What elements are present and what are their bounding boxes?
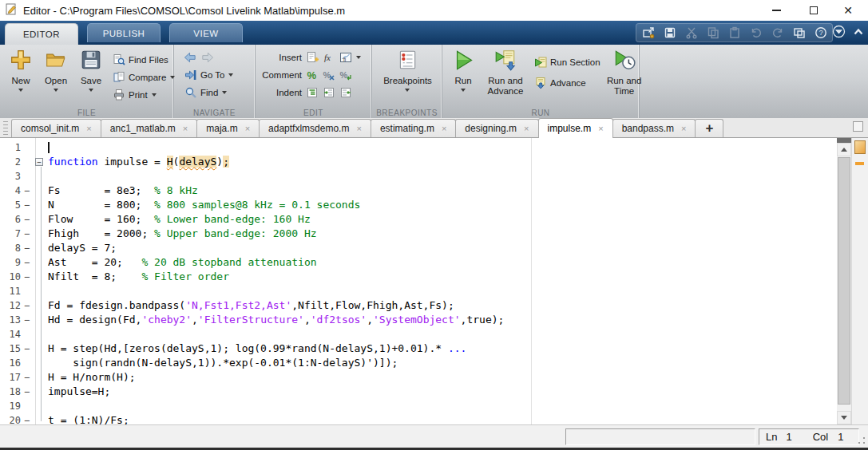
code-line[interactable]: 1: [0, 140, 837, 155]
minimize-button[interactable]: [760, 0, 792, 21]
ribbon-tab-editor[interactable]: EDITOR: [5, 23, 78, 45]
breakpoint-alley[interactable]: −: [21, 241, 33, 255]
code-line[interactable]: 4−Fs = 8e3; % 8 kHz: [0, 184, 837, 198]
code-line[interactable]: 8−delayS = 7;: [0, 241, 837, 255]
breakpoint-alley[interactable]: [21, 169, 33, 184]
new-button[interactable]: New: [3, 47, 38, 102]
code-line[interactable]: 12−Fd = fdesign.bandpass('N,Fst1,Fst2,As…: [0, 298, 837, 313]
save-button[interactable]: Save: [73, 47, 109, 102]
breakpoint-alley[interactable]: [21, 155, 33, 169]
warning-line-marker[interactable]: [855, 162, 864, 165]
doc-tab-designing.m[interactable]: designing.m×: [455, 119, 538, 137]
breakpoint-alley[interactable]: −: [21, 198, 33, 212]
close-tab-icon[interactable]: ×: [442, 124, 446, 133]
code-line[interactable]: 11: [0, 284, 837, 298]
indent-left-button[interactable]: [339, 86, 352, 100]
code-line[interactable]: 9−Ast = 20; % 20 dB stopband attenuation: [0, 255, 837, 270]
vertical-scrollbar[interactable]: [837, 138, 851, 424]
doc-tab-maja.m[interactable]: maja.m×: [196, 119, 260, 137]
code-line[interactable]: 18−impulse=H;: [0, 385, 837, 399]
dropdown-chevron[interactable]: [54, 89, 58, 94]
resize-grip[interactable]: [858, 436, 866, 444]
dropdown-chevron[interactable]: [18, 89, 23, 94]
scroll-down-button[interactable]: [837, 411, 851, 424]
insert-fi-button[interactable]: fi: [339, 51, 352, 65]
doc-tab-anc1_matlab.m[interactable]: anc1_matlab.m×: [101, 119, 197, 137]
code-line[interactable]: 13−Hd = design(Fd,'cheby2','FilterStruct…: [0, 313, 837, 327]
run-button[interactable]: Run: [446, 47, 481, 97]
dropdown-chevron[interactable]: [228, 73, 233, 79]
new-tab-button[interactable]: +: [695, 119, 723, 137]
save-icon[interactable]: [663, 26, 676, 40]
dropdown-chevron[interactable]: [405, 89, 410, 94]
breakpoint-alley[interactable]: −: [21, 413, 33, 424]
goto-button[interactable]: Go To: [184, 68, 255, 82]
breakpoint-alley[interactable]: [21, 140, 33, 155]
doc-tab-adaptfxlmsdemo.m[interactable]: adaptfxlmsdemo.m×: [259, 119, 371, 137]
dropdown-chevron[interactable]: [222, 91, 227, 97]
compare-button[interactable]: Compare: [112, 70, 175, 85]
fold-toggle-icon[interactable]: −: [35, 158, 43, 166]
run-and-advance-button[interactable]: Run and Advance: [484, 47, 527, 97]
breakpoint-alley[interactable]: −: [21, 270, 33, 284]
dropdown-chevron[interactable]: [356, 56, 361, 61]
collapse-toolstrip-icon[interactable]: [851, 25, 865, 38]
dropdown-chevron[interactable]: [152, 93, 157, 99]
toolstrip-options-icon[interactable]: [832, 25, 846, 38]
find-files-button[interactable]: Find Files: [112, 53, 175, 67]
ribbon-tab-view[interactable]: VIEW: [169, 23, 243, 42]
breakpoint-alley[interactable]: [21, 284, 33, 298]
close-tab-icon[interactable]: ×: [245, 124, 250, 133]
code-line[interactable]: 3: [0, 169, 837, 184]
code-line[interactable]: 14: [0, 327, 837, 341]
ribbon-tab-publish[interactable]: PUBLISH: [87, 23, 161, 42]
print-button[interactable]: Print: [112, 88, 175, 102]
run-and-time-button[interactable]: Run and Time: [604, 47, 645, 97]
code-line[interactable]: 5−N = 800; % 800 samples@8 kHz = 0.1 sec…: [0, 198, 837, 212]
breakpoint-alley[interactable]: −: [21, 212, 33, 227]
insert-section-button[interactable]: [305, 51, 319, 65]
breakpoint-alley[interactable]: −: [21, 227, 33, 241]
breakpoint-alley[interactable]: [21, 327, 33, 341]
breakpoint-alley[interactable]: −: [21, 184, 33, 198]
breakpoint-alley[interactable]: −: [21, 313, 33, 327]
dropdown-chevron[interactable]: [461, 89, 466, 94]
tabbar-grip[interactable]: [3, 121, 8, 136]
code-line[interactable]: 20−t = (1:N)/Fs;: [0, 413, 837, 424]
code-editor[interactable]: 12−function impulse = H(delayS);34−Fs = …: [0, 138, 837, 424]
insert-function-button[interactable]: fx: [322, 51, 335, 65]
smart-indent-button[interactable]: [305, 86, 319, 100]
code-line[interactable]: 19: [0, 399, 837, 413]
code-line[interactable]: 7−Fhigh = 2000; % Upper band-edge: 2000 …: [0, 227, 837, 241]
code-line[interactable]: 16 sign(randn(N-delayS,1)).*exp(-0.01*(1…: [0, 356, 837, 370]
close-button[interactable]: ✕: [832, 0, 864, 21]
layout-icon[interactable]: [792, 26, 806, 40]
back-button[interactable]: [184, 51, 197, 65]
code-line[interactable]: 17−H = H/norm(H);: [0, 370, 837, 385]
close-tab-icon[interactable]: ×: [86, 124, 91, 133]
breakpoint-alley[interactable]: −: [21, 385, 33, 399]
advance-button[interactable]: Advance: [533, 76, 600, 90]
new-script-icon[interactable]: [641, 26, 655, 40]
close-tab-icon[interactable]: ×: [356, 124, 361, 133]
doc-tab-bandpass.m[interactable]: bandpass.m×: [612, 119, 696, 137]
breakpoint-alley[interactable]: −: [21, 370, 33, 385]
breakpoints-button[interactable]: Breakpoints: [383, 47, 432, 94]
indent-right-button[interactable]: [322, 86, 335, 100]
scroll-up-button[interactable]: [837, 143, 851, 156]
breakpoint-alley[interactable]: −: [21, 341, 33, 356]
maximize-button[interactable]: [798, 0, 830, 21]
breakpoint-alley[interactable]: −: [21, 255, 33, 270]
close-tab-icon[interactable]: ×: [524, 124, 529, 133]
breakpoint-alley[interactable]: [21, 356, 33, 370]
code-line[interactable]: 6−Flow = 160; % Lower band-edge: 160 Hz: [0, 212, 837, 227]
breakpoint-alley[interactable]: −: [21, 298, 33, 313]
code-line[interactable]: 15−H = step(Hd,[zeros(delayS,1); log(0.9…: [0, 341, 837, 356]
close-tab-icon[interactable]: ×: [183, 124, 188, 133]
tabbar-dock-button[interactable]: [853, 121, 863, 132]
open-button[interactable]: Open: [38, 47, 73, 102]
dropdown-chevron[interactable]: [89, 89, 93, 94]
uncomment-button[interactable]: %: [322, 69, 335, 82]
doc-tab-estimating.m[interactable]: estimating.m×: [371, 119, 456, 137]
code-line[interactable]: 2−function impulse = H(delayS);: [0, 155, 837, 169]
